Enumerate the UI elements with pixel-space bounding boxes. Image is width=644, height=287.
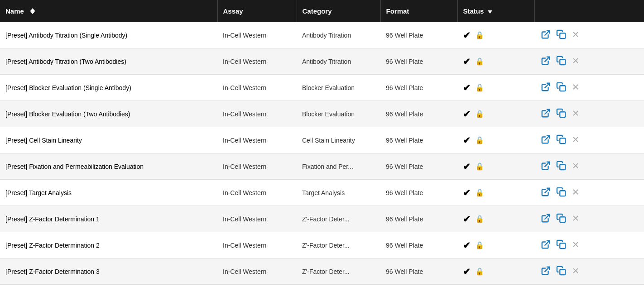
svg-line-20 xyxy=(545,162,549,167)
delete-button[interactable] xyxy=(571,161,581,172)
delete-button[interactable] xyxy=(571,29,581,41)
copy-button[interactable] xyxy=(555,265,567,278)
svg-rect-9 xyxy=(560,86,565,91)
table-row: [Preset] Fixation and Permeabilization E… xyxy=(0,153,644,180)
assay-cell: In-Cell Western xyxy=(217,258,297,285)
name-cell: [Preset] Target Analysis xyxy=(0,180,217,206)
lock-icon: 🔒 xyxy=(475,267,484,276)
status-cell: ✔🔒 xyxy=(457,206,534,232)
actions-cell xyxy=(534,48,644,75)
main-table-container: Name Assay Category Format xyxy=(0,0,644,287)
table-row: [Preset] Z-Factor Determination 2In-Cell… xyxy=(0,232,644,258)
delete-button[interactable] xyxy=(571,134,581,146)
svg-line-32 xyxy=(545,241,549,245)
status-column-header[interactable]: Status xyxy=(457,0,534,22)
format-cell: 96 Well Plate xyxy=(380,153,457,180)
copy-button[interactable] xyxy=(555,107,567,120)
delete-button[interactable] xyxy=(571,239,581,251)
category-cell: Z'-Factor Deter... xyxy=(297,206,380,232)
actions-cell xyxy=(534,180,644,206)
actions-cell xyxy=(534,258,644,285)
copy-button[interactable] xyxy=(555,29,567,42)
table-row: Fixation and Permeabilization CopyIn-Cel… xyxy=(0,285,644,287)
category-column-header[interactable]: Category xyxy=(297,0,380,22)
protocols-table: Name Assay Category Format xyxy=(0,0,644,287)
status-cell: ✔🔒 xyxy=(457,180,534,206)
lock-icon: 🔒 xyxy=(475,57,484,66)
category-cell: Antibody Titration xyxy=(297,48,380,75)
format-cell: 96 Well Plate xyxy=(380,75,457,101)
svg-rect-17 xyxy=(560,138,565,144)
svg-rect-21 xyxy=(560,164,565,170)
assay-cell: In-Cell Western xyxy=(217,232,297,258)
copy-button[interactable] xyxy=(555,212,567,225)
actions-cell xyxy=(534,285,644,287)
export-button[interactable] xyxy=(540,239,552,252)
copy-button[interactable] xyxy=(555,81,567,94)
svg-line-28 xyxy=(545,215,549,219)
export-button[interactable] xyxy=(540,186,552,199)
lock-icon: 🔒 xyxy=(475,83,484,92)
delete-button[interactable] xyxy=(571,108,581,120)
status-cell: ✔🔒 xyxy=(457,22,534,48)
name-cell: [Preset] Fixation and Permeabilization E… xyxy=(0,153,217,180)
export-button[interactable] xyxy=(540,107,552,120)
status-cell: ✔🔒 xyxy=(457,48,534,75)
delete-button[interactable] xyxy=(571,266,581,277)
export-button[interactable] xyxy=(540,160,552,173)
delete-button[interactable] xyxy=(571,82,581,93)
category-cell: Blocker Evaluation xyxy=(297,75,380,101)
category-cell: Blocker Evaluation xyxy=(297,101,380,127)
table-row: [Preset] Antibody Titration (Two Antibod… xyxy=(0,48,644,75)
name-cell: [Preset] Blocker Evaluation (Two Antibod… xyxy=(0,101,217,127)
export-button[interactable] xyxy=(540,55,552,68)
delete-button[interactable] xyxy=(571,213,581,225)
copy-button[interactable] xyxy=(555,160,567,173)
format-cell: 96 Well Plate xyxy=(380,48,457,75)
export-button[interactable] xyxy=(540,212,552,225)
lock-icon: 🔒 xyxy=(475,110,484,118)
export-button[interactable] xyxy=(540,134,552,147)
assay-cell: In-Cell Western xyxy=(217,48,297,75)
format-cell: 96 Well Plate xyxy=(380,180,457,206)
table-row: [Preset] Z-Factor Determination 3In-Cell… xyxy=(0,258,644,285)
svg-rect-37 xyxy=(560,269,565,275)
format-cell: 96 Well Plate xyxy=(380,206,457,232)
name-cell: Fixation and Permeabilization Copy xyxy=(0,285,217,287)
format-cell: 96 Well Plate xyxy=(380,232,457,258)
status-cell: ✔🔒 xyxy=(457,75,534,101)
assay-column-header[interactable]: Assay xyxy=(217,0,297,22)
svg-line-12 xyxy=(545,110,549,114)
table-row: [Preset] Cell Stain LinearityIn-Cell Wes… xyxy=(0,127,644,153)
export-button[interactable] xyxy=(540,29,552,42)
category-cell: Fixation and Per... xyxy=(297,285,380,287)
svg-line-24 xyxy=(545,188,549,193)
actions-cell xyxy=(534,101,644,127)
actions-cell xyxy=(534,232,644,258)
table-row: [Preset] Target AnalysisIn-Cell WesternT… xyxy=(0,180,644,206)
format-column-header[interactable]: Format xyxy=(380,0,457,22)
name-column-header[interactable]: Name xyxy=(0,0,217,22)
category-cell: Cell Stain Linearity xyxy=(297,127,380,153)
status-sort-icon xyxy=(488,10,492,14)
delete-button[interactable] xyxy=(571,187,581,198)
check-icon: ✔ xyxy=(463,214,471,225)
format-cell: 96 Well Plate xyxy=(380,127,457,153)
svg-line-8 xyxy=(545,83,549,88)
name-cell: [Preset] Z-Factor Determination 1 xyxy=(0,206,217,232)
delete-button[interactable] xyxy=(571,56,581,67)
actions-cell xyxy=(534,127,644,153)
copy-button[interactable] xyxy=(555,186,567,199)
check-icon: ✔ xyxy=(463,187,471,198)
check-icon: ✔ xyxy=(463,240,471,251)
export-button[interactable] xyxy=(540,265,552,278)
copy-button[interactable] xyxy=(555,134,567,147)
svg-rect-5 xyxy=(560,59,565,65)
status-cell: ✔🔒 xyxy=(457,101,534,127)
svg-line-4 xyxy=(545,57,549,62)
export-button[interactable] xyxy=(540,81,552,94)
copy-button[interactable] xyxy=(555,239,567,252)
copy-button[interactable] xyxy=(555,55,567,68)
check-icon: ✔ xyxy=(463,82,471,93)
svg-rect-1 xyxy=(560,33,565,38)
